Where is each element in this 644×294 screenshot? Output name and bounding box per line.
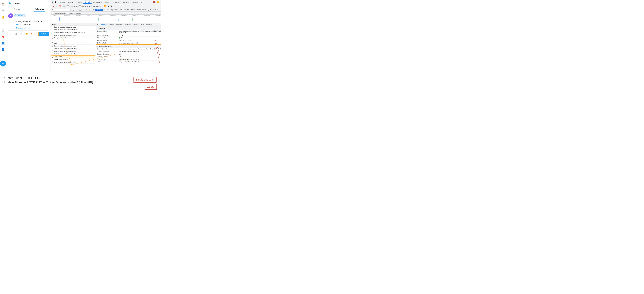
sidebar-icon-home[interactable]: 🏠	[0, 1, 6, 7]
request-item[interactable]: client_event.json?keepalive=false	[51, 50, 95, 53]
tweet-button[interactable]: Tweet	[38, 32, 49, 36]
request-item[interactable]: update_subscriptions	[51, 58, 95, 61]
stop-circle-icon[interactable]: ⊘	[55, 5, 58, 8]
filter-fetch-xhr[interactable]: Fetch/XHR	[95, 9, 103, 11]
req-checkbox[interactable]	[52, 48, 53, 49]
request-item[interactable]: client_event.json?keepalive=false	[51, 26, 95, 28]
request-item[interactable]: ⊘ client_event.json?keepalive=false	[51, 47, 95, 50]
tab-network[interactable]: Network	[83, 0, 92, 4]
request-url-val[interactable]: https://twitter.com/i/api/graphql/GUFG74…	[119, 30, 161, 34]
request-item[interactable]: client_event.json?keepalive=false	[51, 61, 95, 64]
emoji-icon[interactable]: 😊	[25, 32, 28, 36]
filter-css[interactable]: CSS	[106, 9, 110, 11]
detail-tab-payload[interactable]: Payload	[108, 23, 116, 26]
create-tweet-request[interactable]: CreateTweet	[51, 56, 95, 58]
req-checkbox[interactable]	[52, 40, 53, 41]
sidebar-icon-profile[interactable]: 👤	[0, 46, 6, 52]
location-icon[interactable]: 📍	[30, 32, 34, 36]
hide-data-urls-input[interactable]	[79, 9, 81, 10]
req-checkbox[interactable]	[52, 34, 53, 36]
upload-icon[interactable]: ⬆	[107, 5, 110, 8]
third-party-input[interactable]	[67, 12, 68, 14]
invert-input[interactable]	[73, 9, 74, 10]
filter-ws[interactable]: WS	[127, 9, 130, 11]
request-item[interactable]: ⊘ client_event.json?keepalive=false	[51, 53, 95, 56]
has-blocked-input[interactable]	[148, 9, 149, 10]
detail-tab-headers[interactable]: Headers	[100, 23, 108, 26]
request-item[interactable]: client_event.json?keepalive=false	[51, 44, 95, 47]
filter-img[interactable]: Img	[110, 9, 114, 11]
filter-js[interactable]: JS	[103, 9, 106, 11]
download-icon[interactable]: ⬇	[110, 5, 113, 8]
clear-icon[interactable]: 🚫	[58, 5, 62, 8]
filter-media[interactable]: Media	[114, 9, 119, 11]
blocked-requests-input[interactable]	[52, 12, 53, 14]
response-headers-section-header[interactable]: ▼ Response Headers	[96, 45, 161, 48]
detail-tab-initiator[interactable]: Initiator	[132, 23, 139, 26]
request-item[interactable]: client_event.json?keepalive=false	[51, 34, 95, 36]
hide-data-urls-checkbox[interactable]: Hide data URLs	[79, 9, 92, 11]
record-icon[interactable]: ⏺	[52, 5, 54, 8]
req-checkbox[interactable]	[52, 42, 53, 44]
tab-following[interactable]: Following	[28, 6, 51, 12]
preserve-log-checkbox[interactable]: Preserve log	[67, 6, 78, 7]
sidebar-icon-messages[interactable]: ✉	[0, 20, 6, 26]
blocked-requests-checkbox[interactable]: Blocked Requests	[52, 12, 66, 14]
devtools-select-icon[interactable]: ⊹	[51, 1, 54, 3]
tab-application[interactable]: Application	[112, 1, 122, 4]
req-checkbox[interactable]	[52, 61, 53, 63]
filter-wasm[interactable]: Wasm	[130, 9, 135, 11]
request-item[interactable]: p2	[51, 39, 95, 42]
tab-console[interactable]: Console	[66, 1, 74, 4]
plus-icon[interactable]: +	[36, 32, 37, 35]
filter-manifest[interactable]: Manifest	[136, 9, 142, 11]
filter-doc[interactable]: Doc	[123, 9, 126, 11]
sidebar-icon-search[interactable]: 🔍	[0, 8, 6, 14]
tab-sources[interactable]: Sources	[75, 1, 83, 4]
req-checkbox[interactable]	[52, 26, 53, 28]
req-checkbox[interactable]	[52, 53, 53, 55]
sidebar-icon-more[interactable]: ⋯	[0, 53, 6, 59]
sidebar-icon-communities[interactable]: 👥	[0, 40, 6, 46]
detail-tab-preview[interactable]: Preview	[115, 23, 123, 26]
detail-tab-response[interactable]: Response	[123, 23, 132, 26]
image-icon[interactable]: 🖼	[14, 32, 18, 36]
tweet-hashtag[interactable]: #XFD9	[14, 23, 21, 26]
tab-lighthouse[interactable]: Lighthouse	[130, 1, 140, 4]
throttling-select[interactable]: No throttling	[92, 5, 103, 7]
third-party-checkbox[interactable]: 3rd-party requests	[67, 12, 81, 14]
search-icon[interactable]: 🔍	[62, 5, 66, 8]
req-checkbox[interactable]	[52, 56, 53, 58]
detail-tab-cookies[interactable]: Cookies	[145, 23, 153, 26]
filter-input[interactable]	[52, 9, 70, 11]
invert-checkbox[interactable]: Invert	[73, 9, 78, 11]
tab-elements[interactable]: Elements	[57, 1, 66, 4]
sidebar-icon-notifications[interactable]: 🔔	[0, 14, 6, 20]
req-checkbox[interactable]	[52, 32, 53, 33]
settings-icon[interactable]: ⚙	[161, 1, 161, 4]
gif-icon[interactable]: GIF	[20, 32, 24, 36]
preserve-log-input[interactable]	[67, 6, 69, 7]
sidebar-icon-bookmarks[interactable]: 🔖	[0, 34, 6, 40]
sidebar-icon-lists[interactable]: 📋	[0, 27, 6, 33]
req-checkbox[interactable]	[52, 29, 53, 30]
request-item[interactable]: ⊘ client_event.json?keepalive=false	[51, 28, 95, 31]
tab-security[interactable]: Security	[122, 1, 130, 4]
req-checkbox[interactable]	[52, 50, 53, 52]
request-item[interactable]: client_event.json?keepalive=false	[51, 36, 95, 39]
close-detail-button[interactable]: ✕	[96, 23, 99, 26]
compose-button[interactable]: ✏	[0, 60, 6, 66]
filter-font[interactable]: Font	[119, 9, 123, 11]
general-section-header[interactable]: ▼ General	[96, 27, 161, 30]
devtools-device-icon[interactable]: 📱	[54, 1, 57, 3]
tab-memory[interactable]: Memory	[103, 1, 112, 4]
filter-other[interactable]: Other	[142, 9, 146, 11]
everyone-badge[interactable]: Everyone ▾	[14, 14, 26, 17]
disable-cache-checkbox[interactable]: Disable cache	[79, 6, 90, 7]
has-blocked-checkbox[interactable]: Has blocked cookies	[148, 9, 161, 11]
req-checkbox[interactable]	[52, 45, 53, 46]
request-item[interactable]: ⊘ p2	[51, 42, 95, 44]
wifi-icon[interactable]: 📶	[104, 5, 107, 8]
tab-performance[interactable]: Performance	[92, 1, 103, 4]
disable-cache-input[interactable]	[79, 6, 81, 7]
